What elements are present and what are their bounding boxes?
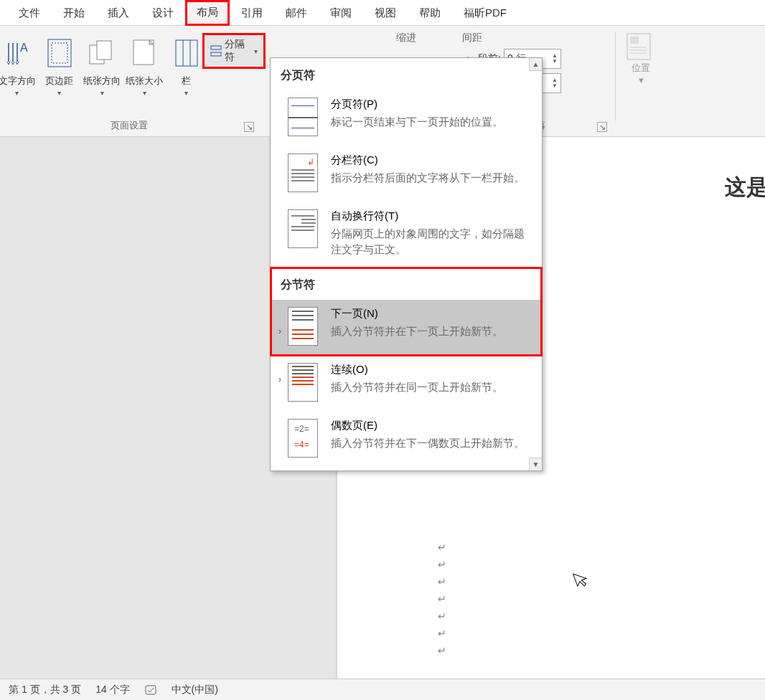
tab-review[interactable]: 审阅	[319, 1, 363, 25]
text-direction-icon: A	[1, 37, 33, 69]
tab-references[interactable]: 引用	[230, 1, 274, 25]
menu-item-even-page[interactable]: =2= =4= 偶数页(E) 插入分节符并在下一偶数页上开始新节。	[271, 412, 542, 468]
column-break-desc: 指示分栏符后面的文字将从下一栏开始。	[331, 170, 525, 186]
tab-view[interactable]: 视图	[363, 1, 408, 25]
page-setup-launcher[interactable]: ↘	[244, 122, 254, 132]
text-direction-button[interactable]: A 文字方向 ▾	[0, 30, 38, 97]
svg-rect-10	[211, 52, 221, 56]
chevron-down-icon: ▾	[184, 89, 188, 97]
columns-label: 栏	[182, 75, 191, 88]
section-breaks-header: 分节符	[271, 268, 542, 300]
chevron-down-icon: ▾	[100, 89, 104, 97]
ribbon-tabs: 文件 开始 插入 设计 布局 引用 邮件 审阅 视图 帮助 福昕PDF	[0, 0, 765, 26]
position-icon	[626, 33, 655, 62]
orientation-label: 纸张方向	[83, 75, 121, 88]
margins-label: 页边距	[45, 75, 73, 88]
svg-rect-4	[97, 41, 111, 60]
orientation-button[interactable]: 纸张方向 ▾	[80, 30, 123, 97]
chevron-down-icon: ▾	[15, 89, 19, 97]
page-breaks-header: 分页符	[271, 58, 542, 90]
next-page-icon: ›	[288, 307, 318, 346]
position-label: 位置	[632, 62, 650, 75]
chevron-down-icon: ▾	[639, 75, 644, 85]
status-bar: 第 1 页，共 3 页 14 个字 中文(中国)	[0, 678, 765, 700]
tab-file[interactable]: 文件	[7, 1, 52, 25]
next-page-desc: 插入分节符并在下一页上开始新节。	[331, 323, 503, 339]
page-break-desc: 标记一页结束与下一页开始的位置。	[331, 114, 503, 130]
columns-button[interactable]: 栏 ▾	[171, 30, 202, 97]
text-wrap-icon	[288, 209, 318, 248]
page-break-title: 分页符(P)	[331, 98, 503, 111]
breaks-icon	[210, 44, 222, 57]
indent-section-label: 缩进	[395, 30, 459, 49]
breaks-label: 分隔符	[225, 38, 251, 64]
breaks-dropdown-menu: ▲ 分页符 分页符(P) 标记一页结束与下一页开始的位置。 ↲ 分栏符(C) 指…	[270, 57, 543, 471]
next-page-title: 下一页(N)	[331, 307, 503, 321]
tab-insert[interactable]: 插入	[96, 1, 141, 25]
orientation-icon	[86, 37, 118, 69]
svg-rect-12	[630, 37, 639, 44]
breaks-dropdown-button[interactable]: 分隔符 ▾	[204, 34, 264, 67]
chevron-down-icon: ▾	[254, 47, 258, 55]
svg-rect-16	[146, 686, 156, 694]
continuous-icon: ›	[288, 363, 318, 402]
page-break-icon	[288, 98, 318, 136]
margins-icon	[44, 37, 75, 69]
menu-item-continuous[interactable]: › 连续(O) 插入分节符并在同一页上开始新节。	[271, 356, 542, 412]
menu-item-text-wrap-break[interactable]: 自动换行符(T) 分隔网页上的对象周围的文字，如分隔题注文字与正文。	[271, 202, 542, 268]
paragraph-launcher[interactable]: ↘	[597, 122, 607, 132]
dropdown-scroll-up[interactable]: ▲	[529, 58, 542, 71]
chevron-down-icon: ▾	[57, 89, 61, 97]
text-wrap-desc: 分隔网页上的对象周围的文字，如分隔题注文字与正文。	[331, 226, 529, 257]
tab-foxit[interactable]: 福昕PDF	[452, 1, 518, 25]
text-wrap-title: 自动换行符(T)	[331, 209, 529, 223]
dropdown-scroll-down[interactable]: ▼	[529, 458, 542, 470]
tab-layout[interactable]: 布局	[185, 0, 230, 26]
paper-size-icon	[128, 37, 160, 69]
spinner-arrows-icon[interactable]: ▲▼	[552, 53, 558, 65]
menu-item-column-break[interactable]: ↲ 分栏符(C) 指示分栏符后面的文字将从下一栏开始。	[271, 146, 542, 202]
even-page-icon: =2= =4=	[288, 419, 318, 458]
column-break-title: 分栏符(C)	[331, 153, 525, 167]
svg-text:A: A	[20, 42, 28, 54]
continuous-desc: 插入分节符并在同一页上开始新节。	[331, 379, 503, 395]
even-page-desc: 插入分节符并在下一偶数页上开始新节。	[331, 435, 525, 451]
status-page[interactable]: 第 1 页，共 3 页	[9, 684, 81, 696]
menu-item-next-page[interactable]: › 下一页(N) 插入分节符并在下一页上开始新节。	[271, 300, 542, 356]
tab-home[interactable]: 开始	[52, 1, 96, 25]
svg-rect-2	[52, 43, 67, 63]
svg-rect-6	[176, 40, 197, 66]
spacing-section-label: 间距	[461, 30, 611, 49]
page-setup-group-label: 页面设置	[111, 115, 148, 136]
even-page-title: 偶数页(E)	[331, 419, 525, 432]
svg-rect-9	[211, 46, 221, 49]
tab-design[interactable]: 设计	[141, 1, 185, 25]
status-language[interactable]: 中文(中国)	[172, 684, 218, 696]
text-direction-label: 文字方向	[0, 75, 36, 88]
paper-size-label: 纸张大小	[126, 75, 163, 88]
position-button[interactable]: 位置 ▾	[619, 26, 662, 136]
paper-size-button[interactable]: 纸张大小 ▾	[123, 30, 166, 97]
margins-button[interactable]: 页边距 ▾	[38, 30, 80, 97]
continuous-title: 连续(O)	[331, 363, 503, 377]
column-break-icon: ↲	[288, 153, 318, 192]
spinner-arrows-icon[interactable]: ▲▼	[552, 77, 558, 89]
columns-icon	[171, 37, 202, 69]
chevron-down-icon: ▾	[143, 89, 146, 97]
tab-mailings[interactable]: 邮件	[274, 1, 319, 25]
status-word-count[interactable]: 14 个字	[95, 684, 129, 696]
paragraph-marks: ↵↵↵↵↵↵↵	[438, 539, 446, 659]
menu-item-page-break[interactable]: 分页符(P) 标记一页结束与下一页开始的位置。	[271, 90, 542, 146]
status-proofing-icon[interactable]	[144, 684, 157, 696]
tab-help[interactable]: 帮助	[408, 1, 452, 25]
